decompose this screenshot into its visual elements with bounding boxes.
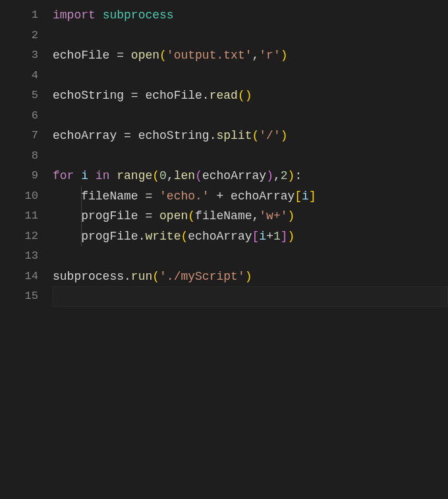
line-number: 6	[0, 106, 38, 126]
line-number: 13	[0, 246, 38, 267]
line-number: 7	[0, 126, 38, 146]
code-line[interactable]: fileName = 'echo.' + echoArray[i]	[53, 186, 448, 207]
line-number: 11	[0, 206, 38, 226]
token: split	[216, 129, 252, 142]
token: +	[210, 190, 231, 203]
token: echoArray	[188, 230, 252, 243]
line-number: 1	[0, 5, 38, 26]
code-line[interactable]: echoFile = open('output.txt','r')	[53, 45, 448, 66]
token: [	[294, 190, 302, 203]
line-number: 5	[0, 86, 38, 106]
line-number-gutter: 123456789101112131415	[0, 5, 53, 499]
code-line[interactable]: import subprocess	[53, 5, 448, 26]
token: =	[109, 49, 130, 62]
token: echoFile	[145, 89, 202, 102]
token: progFile	[81, 230, 138, 243]
token: (	[152, 169, 159, 182]
token: for	[53, 169, 74, 182]
code-area[interactable]: import subprocessechoFile = open('output…	[53, 5, 448, 499]
token: '/'	[259, 129, 280, 142]
token: =	[138, 190, 159, 203]
token: i	[302, 190, 309, 203]
token: 2	[281, 169, 288, 182]
token: ]	[281, 230, 288, 243]
token: echoString	[53, 89, 124, 102]
token: 1	[273, 230, 281, 243]
token	[109, 169, 117, 182]
line-number: 4	[0, 66, 38, 86]
code-line[interactable]	[53, 286, 448, 307]
token: )	[288, 169, 295, 182]
code-line[interactable]	[53, 246, 448, 267]
code-line[interactable]	[53, 146, 448, 167]
token: =	[124, 89, 145, 102]
token: )	[245, 89, 252, 102]
token: echoArray	[202, 169, 266, 182]
token: .	[210, 129, 217, 142]
line-number: 15	[0, 286, 38, 307]
token: [	[252, 230, 260, 243]
token: 'output.txt'	[167, 49, 252, 62]
token: )	[288, 230, 295, 243]
token: read	[210, 89, 238, 102]
token: (	[238, 89, 245, 102]
code-editor[interactable]: 123456789101112131415 import subprocesse…	[0, 0, 448, 499]
token: open	[131, 49, 159, 62]
line-number: 3	[0, 45, 38, 66]
token: .	[202, 89, 210, 102]
token: )	[281, 129, 288, 142]
token: range	[117, 169, 152, 182]
token: .	[124, 270, 131, 283]
line-number: 10	[0, 186, 38, 207]
token: echoFile	[53, 49, 109, 62]
code-line[interactable]	[53, 26, 448, 46]
token: echoArray	[53, 129, 117, 142]
token: :	[294, 169, 302, 182]
code-line[interactable]: progFile = open(fileName,'w+')	[53, 206, 448, 226]
token: ]	[309, 190, 316, 203]
token: (	[252, 129, 259, 142]
token: subprocess	[103, 9, 174, 22]
token: write	[145, 230, 181, 243]
line-number: 14	[0, 267, 38, 287]
indent	[53, 190, 81, 203]
indent	[53, 209, 81, 223]
token: (	[159, 49, 167, 62]
token: )	[266, 169, 273, 182]
line-number: 9	[0, 166, 38, 186]
token: (	[152, 270, 159, 283]
code-line[interactable]: subprocess.run('./myScript')	[53, 267, 448, 287]
token: (	[188, 209, 195, 223]
line-number: 8	[0, 146, 38, 167]
code-line[interactable]: for i in range(0,len(echoArray),2):	[53, 166, 448, 186]
code-line[interactable]	[53, 106, 448, 126]
token: import	[53, 9, 103, 22]
token: )	[245, 270, 252, 283]
token: )	[288, 209, 295, 223]
token: 0	[159, 169, 167, 182]
token: in	[96, 169, 110, 182]
token: subprocess	[53, 270, 124, 283]
token: i	[259, 230, 266, 243]
code-line[interactable]: progFile.write(echoArray[i+1])	[53, 226, 448, 247]
token: .	[138, 230, 146, 243]
code-line[interactable]: echoString = echoFile.read()	[53, 86, 448, 106]
token: i	[81, 169, 88, 182]
token: =	[138, 209, 159, 223]
token: ,	[252, 49, 259, 62]
code-line[interactable]: echoArray = echoString.split('/')	[53, 126, 448, 146]
token: 'w+'	[259, 209, 287, 223]
token: ,	[252, 209, 260, 223]
token: fileName	[195, 209, 252, 223]
token: 'r'	[259, 49, 280, 62]
line-number: 2	[0, 26, 38, 46]
token: './myScript'	[159, 270, 245, 283]
token: )	[281, 49, 288, 62]
token: fileName	[81, 190, 138, 203]
indent	[53, 230, 81, 243]
token: run	[131, 270, 152, 283]
token: =	[117, 129, 138, 142]
token: ,	[273, 169, 281, 182]
token: ,	[167, 169, 174, 182]
code-line[interactable]	[53, 66, 448, 86]
